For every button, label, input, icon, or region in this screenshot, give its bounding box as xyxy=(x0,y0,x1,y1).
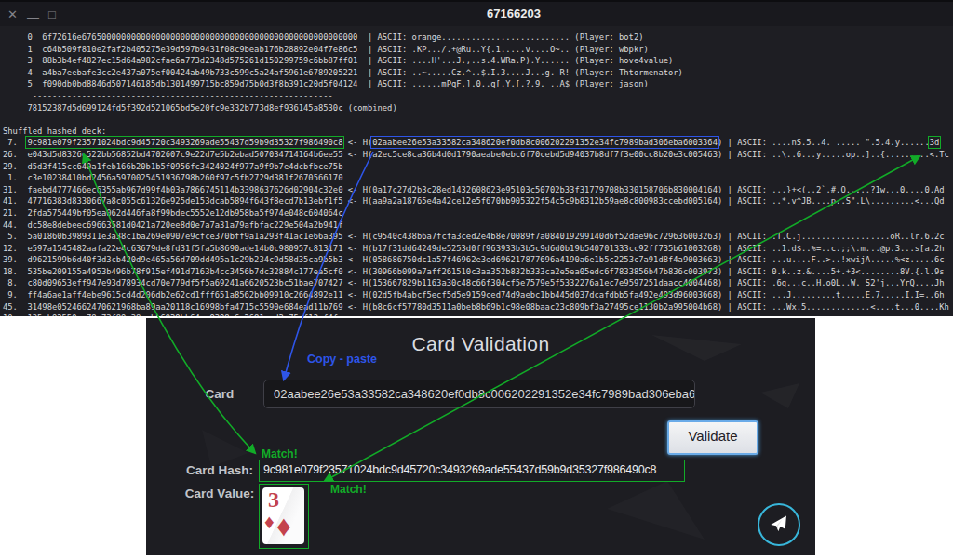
terminal-line: 10. 135ab92559cc78e73f89c38aabb6929bb64c… xyxy=(3,313,953,316)
match-card-annotation: Match! xyxy=(330,483,367,496)
terminal-line: 21. 2fda575449bf05ea062d446fa8f99bdec555… xyxy=(3,207,953,220)
terminal-line: ----------------------------------------… xyxy=(3,90,953,102)
terminal-line: 26. e043d5d8326c522bb56852bd4702607c9e22… xyxy=(3,149,953,161)
validate-button[interactable]: Validate xyxy=(667,420,758,455)
terminal-line: 1. c3e10238410bd2456a5970025451936798b26… xyxy=(3,172,953,184)
page: ✕ — □ 67166203 0 6f72616e676500000000000… xyxy=(0,0,953,560)
modal-title: Card Validation xyxy=(146,333,815,355)
minimize-icon[interactable]: — xyxy=(27,11,39,23)
playing-card-3-of-diamonds: 3 ♦ ♦ xyxy=(262,487,304,544)
card-input[interactable]: 02aabee26e53a33582ca348620ef0db8c0062022… xyxy=(263,380,695,408)
terminal-body: 0 6f72616e676500000000000000000000000000… xyxy=(0,26,953,316)
card-value-highlight-box: 3 ♦ ♦ xyxy=(259,484,309,549)
diamond-suit-icon: ♦ xyxy=(264,512,275,531)
send-button[interactable] xyxy=(758,503,800,546)
terminal-line: 31. faebd4777466ec6355ab967d99f4b03a7866… xyxy=(3,184,953,196)
card-hash-label: Card Hash: xyxy=(183,463,256,477)
terminal-line: 7. 9c981e079f23571024bdc9d45720c3493269a… xyxy=(3,137,953,149)
card-validation-modal: Card Validation Copy - paste Card 02aabe… xyxy=(146,318,815,555)
terminal-line: 0 6f72616e676500000000000000000000000000… xyxy=(3,32,953,44)
terminal-line: 9. ff4a6ae1aff4ebe9615cd4d206db2e62cd1ff… xyxy=(3,289,953,301)
terminal-line: Shuffled hashed deck: xyxy=(3,126,953,138)
terminal-line: 1 c64b509f810e2faf2b405275e39d597b9431f0… xyxy=(3,44,953,56)
terminal-line: 45. 31498e0524662470621968ba89aa20118c16… xyxy=(3,301,953,313)
terminal-line: 18. 535be209155a4953b496b78f915ef491d716… xyxy=(3,266,953,278)
card-rank: 3 xyxy=(268,487,279,513)
window-title: 67166203 xyxy=(487,2,541,26)
terminal-line: 3 88b3b4ef4827ec15d64a982cfae6a773d2348d… xyxy=(3,55,953,67)
close-icon[interactable]: ✕ xyxy=(7,8,18,20)
terminal-line: 41. 47716383d8330667a8c055c61326e925de15… xyxy=(3,195,953,207)
diamond-suit-icon: ♦ xyxy=(276,512,291,540)
terminal-line: 39. d9621599b6d40f3d3cb420d9e465a56d709d… xyxy=(3,254,953,266)
terminal-line: 12. e597a1545482aafa22e4c63679de8fd31f5f… xyxy=(3,243,953,255)
terminal-line: 8. c80d09653eff947e93d78934cd70e779df5f5… xyxy=(3,277,953,289)
terminal-line: 78152387d5d699124fd5f392d521065bd5e20fc9… xyxy=(3,102,953,114)
terminal-line: 5 f090db0bd8846d507146185db1301499715bc8… xyxy=(3,78,953,90)
terminal-line: 44. dc58e8debeec69663581d0421a720ee8d0e7… xyxy=(3,220,953,232)
window-controls: ✕ — □ xyxy=(7,2,56,26)
terminal-line xyxy=(3,113,953,126)
maximize-icon[interactable]: □ xyxy=(48,8,56,20)
card-hash-value: 9c981e079f23571024bdc9d45720c3493269ade5… xyxy=(259,460,685,482)
paper-plane-icon xyxy=(768,513,791,537)
card-value-label: Card Value: xyxy=(183,487,256,500)
terminal-line: 5. 5a01860b3989311e3a38c1ba269e0907e9cfc… xyxy=(3,231,953,243)
terminal-line: 29. d5d3f415cc640a1feb166b20b1b5f0956fc3… xyxy=(3,161,953,173)
match-hash-annotation: Match! xyxy=(262,447,298,460)
card-label: Card xyxy=(183,387,256,401)
terminal-line: 4 a4ba7eebafe3cc2e437a075ef00424ab49b733… xyxy=(3,67,953,79)
terminal-window: ✕ — □ 67166203 0 6f72616e676500000000000… xyxy=(0,0,953,316)
terminal-titlebar: ✕ — □ 67166203 xyxy=(0,0,953,26)
copy-paste-annotation: Copy - paste xyxy=(307,353,377,366)
